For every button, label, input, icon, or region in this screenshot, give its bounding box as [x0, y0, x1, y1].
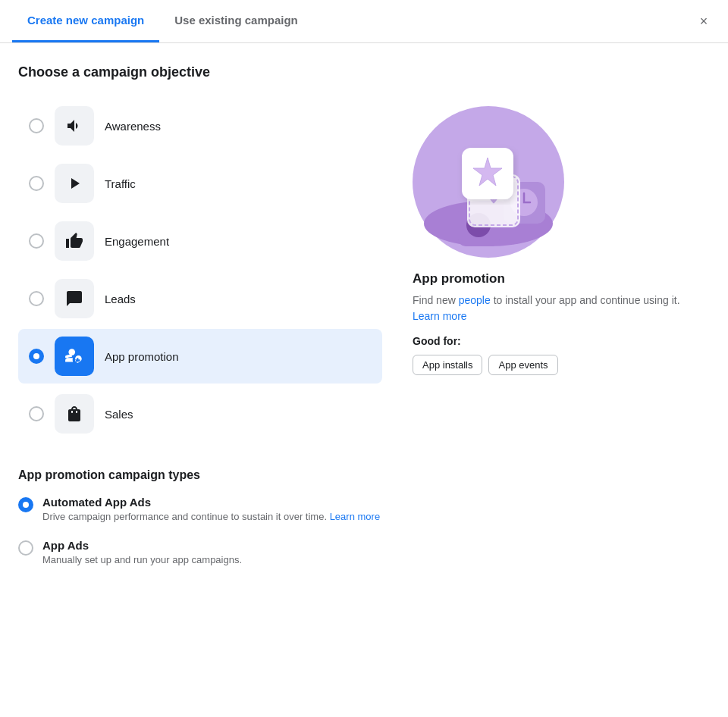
objective-leads[interactable]: Leads: [18, 271, 382, 326]
tag-app-installs: App installs: [413, 355, 482, 375]
tags-container: App installs App events: [413, 355, 710, 375]
desc-suffix: to install your app and continue using i…: [491, 294, 680, 306]
sales-icon: [55, 394, 94, 434]
objective-detail-panel: App promotion Find new people to install…: [413, 99, 710, 444]
objective-awareness[interactable]: Awareness: [18, 99, 382, 153]
engagement-icon: [55, 221, 94, 261]
objective-sales[interactable]: Sales: [18, 387, 382, 441]
radio-awareness[interactable]: [29, 118, 44, 133]
radio-traffic[interactable]: [29, 176, 44, 191]
app-ads-text: App Ads Manually set up and run your app…: [42, 539, 242, 567]
awareness-label: Awareness: [105, 120, 161, 133]
app-ads-name: App Ads: [42, 539, 242, 552]
tab-use-existing[interactable]: Use existing campaign: [159, 0, 313, 42]
automated-app-ads-text: Automated App Ads Drive campaign perform…: [42, 496, 380, 524]
good-for-title: Good for:: [413, 335, 710, 347]
objective-app-promotion[interactable]: App promotion: [18, 329, 382, 384]
radio-app-ads[interactable]: [18, 540, 33, 556]
desc-learn-more-link[interactable]: Learn more: [413, 310, 467, 322]
traffic-label: Traffic: [105, 177, 136, 190]
right-panel-title: App promotion: [413, 271, 710, 286]
radio-leads[interactable]: [29, 291, 44, 306]
campaign-type-app-ads[interactable]: App Ads Manually set up and run your app…: [18, 539, 710, 567]
tab-create-new[interactable]: Create new campaign: [12, 0, 159, 42]
desc-people-link[interactable]: people: [459, 294, 491, 306]
objectives-list: Awareness Traffic: [18, 99, 382, 444]
traffic-icon: [55, 164, 94, 203]
automated-app-ads-name: Automated App Ads: [42, 496, 380, 509]
engagement-label: Engagement: [105, 235, 169, 248]
automated-learn-more-link[interactable]: Learn more: [330, 511, 380, 522]
svg-point-0: [68, 349, 75, 355]
objective-traffic[interactable]: Traffic: [18, 156, 382, 211]
awareness-icon: [55, 106, 94, 146]
leads-label: Leads: [105, 293, 136, 305]
main-content: Choose a campaign objective Awareness: [0, 43, 728, 603]
two-column-layout: Awareness Traffic: [18, 99, 710, 444]
automated-app-ads-desc: Drive campaign performance and continue …: [42, 510, 380, 524]
tag-app-events: App events: [488, 355, 557, 375]
radio-automated-app-ads[interactable]: [18, 497, 33, 512]
close-button[interactable]: ×: [692, 9, 716, 33]
app-promotion-illustration: [413, 106, 564, 258]
section-title: Choose a campaign objective: [18, 64, 710, 80]
leads-icon: [55, 279, 94, 318]
campaign-type-automated[interactable]: Automated App Ads Drive campaign perform…: [18, 496, 710, 524]
radio-sales[interactable]: [29, 406, 44, 421]
campaign-types-title: App promotion campaign types: [18, 468, 710, 482]
campaign-types-section: App promotion campaign types Automated A…: [18, 468, 710, 567]
right-panel-description: Find new people to install your app and …: [413, 293, 710, 324]
objective-engagement[interactable]: Engagement: [18, 214, 382, 268]
radio-engagement[interactable]: [29, 233, 44, 249]
radio-app-promotion[interactable]: [29, 349, 44, 364]
app-promotion-icon: [55, 337, 94, 376]
app-ads-desc: Manually set up and run your app campaig…: [42, 553, 242, 567]
app-promotion-label: App promotion: [105, 350, 179, 363]
tabs-header: Create new campaign Use existing campaig…: [0, 0, 728, 43]
sales-label: Sales: [105, 408, 133, 421]
desc-prefix: Find new: [413, 294, 459, 306]
